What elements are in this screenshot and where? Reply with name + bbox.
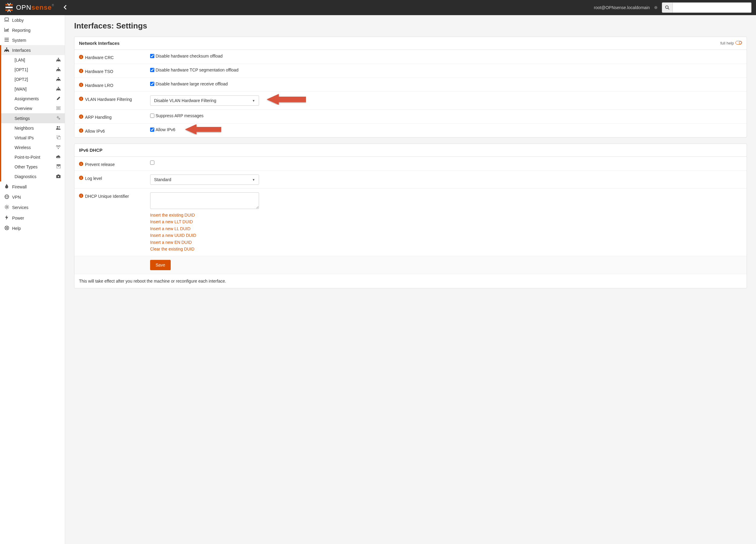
info-icon[interactable]: i [79, 162, 83, 167]
checkbox-allow-ipv6[interactable] [150, 127, 154, 132]
info-icon[interactable]: i [79, 55, 83, 60]
info-icon[interactable]: i [79, 97, 83, 102]
checkbox-hardware-lro[interactable] [150, 82, 154, 86]
sidebar-item-label: Power [12, 216, 24, 220]
duid-link[interactable]: Insert a new UUID DUID [150, 232, 742, 239]
svg-rect-13 [8, 51, 9, 52]
sidebar-item-firewall[interactable]: Firewall [0, 181, 65, 192]
info-icon[interactable]: i [79, 114, 83, 120]
sidebar-item-system[interactable]: System [0, 35, 65, 45]
field-label-lro: Hardware LRO [85, 83, 113, 88]
select-value: Disable VLAN Hardware Filtering [154, 98, 216, 103]
textarea-duid[interactable] [150, 192, 259, 209]
user-label: root@OPNsense.localdomain [594, 5, 650, 10]
svg-rect-26 [58, 87, 59, 88]
sidebar-sub-opt1[interactable]: [OPT1] [0, 65, 65, 74]
svg-rect-20 [58, 70, 59, 71]
cogs-icon [56, 116, 61, 121]
sidebar-item-power[interactable]: Power [0, 213, 65, 223]
field-label-vlan: VLAN Hardware Filtering [85, 97, 132, 102]
duid-link[interactable]: Clear the existing DUID [150, 245, 742, 252]
checkbox-hardware-tso[interactable] [150, 68, 154, 72]
svg-point-35 [59, 118, 60, 119]
sidebar-sub-wireless[interactable]: Wireless [0, 143, 65, 152]
sitemap-icon [56, 68, 61, 72]
sidebar-item-label: Settings [15, 116, 30, 121]
sidebar-item-interfaces[interactable]: Interfaces [0, 45, 65, 55]
info-icon[interactable]: i [79, 83, 83, 88]
select-vlan-filtering[interactable]: Disable VLAN Hardware Filtering ▼ [150, 95, 259, 106]
search-button[interactable] [662, 2, 673, 13]
sidebar-item-label: Point-to-Point [15, 155, 40, 160]
sidebar-item-label: Wireless [15, 145, 31, 150]
sidebar-item-help[interactable]: Help [0, 223, 65, 233]
svg-text:i: i [81, 194, 82, 197]
search-input[interactable] [673, 2, 751, 13]
svg-text:i: i [81, 97, 82, 100]
sidebar-item-label: Diagnostics [15, 174, 36, 179]
field-label-log-level: Log level [85, 176, 102, 181]
page-title: Interfaces: Settings [74, 21, 747, 31]
duid-link[interactable]: Insert a new LLT DUID [150, 218, 742, 225]
brand-logo[interactable]: OPNsense® [5, 3, 54, 12]
main-content: Interfaces: Settings Network Interfaces … [65, 15, 756, 544]
full-help-toggle[interactable]: full help [720, 41, 742, 45]
checkbox-arp[interactable] [150, 114, 154, 118]
svg-rect-19 [56, 70, 57, 71]
list-alt-icon [56, 106, 61, 111]
sidebar-item-vpn[interactable]: VPN [0, 192, 65, 202]
sidebar-item-services[interactable]: Services [0, 202, 65, 213]
sidebar-sub-wan[interactable]: [WAN] [0, 84, 65, 94]
sidebar-sub-overview[interactable]: Overview [0, 104, 65, 113]
sidebar-sub-opt2[interactable]: [OPT2] [0, 74, 65, 84]
svg-rect-48 [58, 174, 59, 175]
svg-rect-17 [59, 60, 60, 61]
sidebar-sub-settings[interactable]: Settings [0, 113, 65, 123]
sidebar-sub-other-types[interactable]: Other Types [0, 162, 65, 172]
svg-rect-16 [58, 60, 59, 61]
sidebar-item-label: Interfaces [12, 48, 31, 53]
duid-link[interactable]: Insert a new LL DUID [150, 225, 742, 232]
svg-rect-21 [59, 70, 60, 71]
sidebar-item-label: Other Types [15, 164, 38, 169]
svg-rect-39 [58, 137, 61, 139]
info-icon[interactable]: i [79, 193, 83, 199]
sidebar-sub-diagnostics[interactable]: Diagnostics [0, 172, 65, 181]
sidebar-sub-point-to-point[interactable]: Point-to-Point [0, 152, 65, 162]
life-ring-icon [4, 226, 9, 231]
search-group [662, 2, 751, 13]
sidebar-sub-assignments[interactable]: Assignments [0, 94, 65, 104]
info-icon[interactable]: i [79, 69, 83, 74]
svg-point-40 [58, 148, 59, 149]
sidebar-item-lobby[interactable]: Lobby [0, 15, 65, 25]
sidebar-sub-lan[interactable]: [LAN] [0, 55, 65, 65]
svg-rect-24 [58, 80, 59, 81]
brand-text: OPNsense® [16, 4, 54, 12]
svg-rect-28 [58, 89, 59, 90]
svg-rect-45 [57, 166, 60, 168]
bolt-icon [4, 215, 9, 221]
duid-link[interactable]: Insert a new EN DUID [150, 239, 742, 245]
svg-rect-10 [6, 48, 7, 49]
sidebar-item-reporting[interactable]: Reporting [0, 25, 65, 35]
select-log-level[interactable]: Standard ▼ [150, 174, 259, 185]
sidebar-sub-neighbors[interactable]: Neighbors [0, 123, 65, 133]
sidebar-sub-virtual-ips[interactable]: Virtual IPs [0, 133, 65, 143]
sidebar-toggle-button[interactable] [63, 5, 67, 11]
status-dot-icon[interactable] [654, 6, 657, 9]
sidebar-item-label: VPN [12, 195, 21, 199]
svg-point-54 [6, 206, 8, 208]
info-icon[interactable]: i [79, 176, 83, 181]
info-icon[interactable]: i [79, 128, 83, 133]
toggle-off-icon [735, 41, 742, 45]
globe-icon [4, 194, 9, 200]
checkbox-prevent-release[interactable] [150, 160, 154, 165]
duid-link[interactable]: Insert the existing DUID [150, 212, 742, 218]
svg-line-4 [668, 8, 669, 9]
checkbox-hardware-crc[interactable] [150, 54, 154, 58]
list-icon [4, 38, 9, 43]
panel-network-interfaces: Network Interfaces full help i Hardware … [74, 37, 747, 137]
svg-rect-44 [57, 164, 61, 165]
checkbox-label: Disable hardware large receive offload [156, 81, 228, 86]
save-button[interactable]: Save [150, 260, 171, 270]
